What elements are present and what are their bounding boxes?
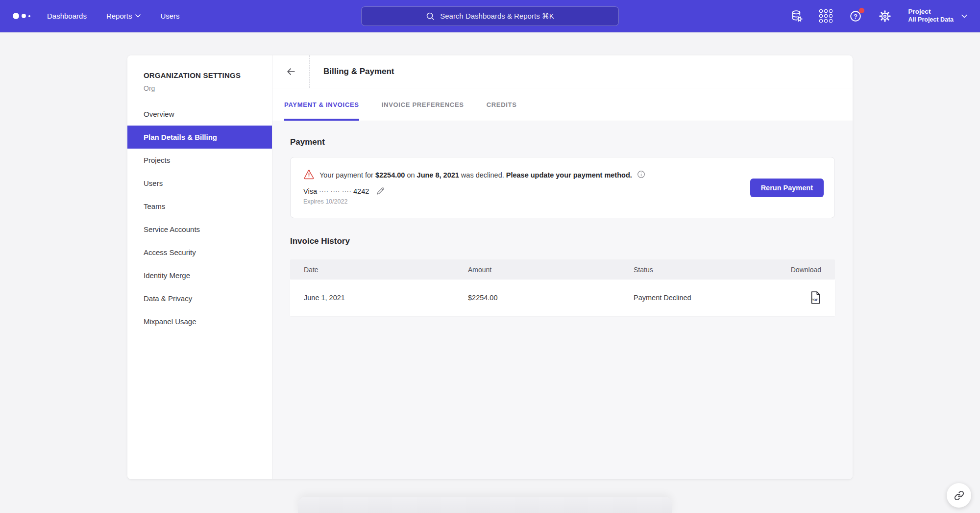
sidebar-item-identity-merge[interactable]: Identity Merge bbox=[127, 264, 272, 287]
sidebar-item-data-privacy[interactable]: Data & Privacy bbox=[127, 287, 272, 310]
column-download: Download bbox=[774, 266, 821, 274]
column-status: Status bbox=[634, 266, 774, 274]
tab-content: Payment Your payment for $2254.00 on Jun… bbox=[272, 121, 853, 479]
back-arrow-icon bbox=[286, 66, 296, 77]
info-icon[interactable] bbox=[637, 170, 646, 179]
sidebar-item-users[interactable]: Users bbox=[127, 172, 272, 195]
chevron-down-icon bbox=[961, 14, 967, 18]
alert-amount: $2254.00 bbox=[375, 171, 405, 179]
payment-declined-alert: Your payment for $2254.00 on June 8, 202… bbox=[303, 169, 822, 180]
sidebar-item-service-accounts[interactable]: Service Accounts bbox=[127, 218, 272, 241]
billing-main: Billing & Payment PAYMENT & INVOICES INV… bbox=[272, 55, 853, 479]
sidebar-section-title: ORGANIZATION SETTINGS bbox=[127, 71, 272, 79]
project-selector-label: Project bbox=[908, 8, 954, 16]
mixpanel-logo[interactable] bbox=[13, 13, 30, 19]
notification-badge bbox=[859, 8, 864, 13]
link-icon bbox=[954, 490, 964, 501]
org-settings-sidebar: ORGANIZATION SETTINGS Org Overview Plan … bbox=[127, 55, 272, 479]
warning-triangle-icon bbox=[303, 169, 315, 180]
svg-text:PDF: PDF bbox=[811, 298, 818, 302]
page-header: Billing & Payment bbox=[272, 55, 853, 88]
svg-text:?: ? bbox=[854, 12, 858, 20]
column-amount: Amount bbox=[468, 266, 634, 274]
settings-button[interactable] bbox=[877, 8, 893, 24]
invoice-amount: $2254.00 bbox=[468, 294, 634, 302]
sidebar-item-teams[interactable]: Teams bbox=[127, 195, 272, 218]
page-title: Billing & Payment bbox=[323, 67, 394, 77]
sidebar-item-mixpanel-usage[interactable]: Mixpanel Usage bbox=[127, 310, 272, 333]
alert-text-1: Your payment for bbox=[319, 171, 375, 179]
project-selector[interactable]: Project All Project Data bbox=[908, 8, 967, 24]
payment-card: Your payment for $2254.00 on June 8, 202… bbox=[290, 157, 835, 218]
column-date: Date bbox=[304, 266, 468, 274]
invoice-row: June 1, 2021 $2254.00 Payment Declined P… bbox=[290, 280, 835, 316]
top-navbar: Dashboards Reports Users Search Dashboar… bbox=[0, 0, 980, 32]
project-selector-value: All Project Data bbox=[908, 16, 954, 24]
help-button[interactable]: ? bbox=[848, 8, 863, 24]
topbar-actions: ? bbox=[789, 8, 967, 24]
nav-dashboards[interactable]: Dashboards bbox=[47, 12, 87, 20]
data-management-button[interactable] bbox=[789, 8, 805, 24]
back-button[interactable] bbox=[272, 55, 310, 88]
alert-text-3: was declined. bbox=[459, 171, 506, 179]
sidebar-item-projects[interactable]: Projects bbox=[127, 149, 272, 172]
search-placeholder: Search Dashboards & Reports ⌘K bbox=[440, 12, 554, 21]
rerun-payment-button[interactable]: Rerun Payment bbox=[750, 179, 824, 197]
nav-reports[interactable]: Reports bbox=[106, 12, 141, 20]
alert-emphasis: Please update your payment method. bbox=[506, 171, 632, 179]
invoice-status: Payment Declined bbox=[634, 294, 774, 302]
tab-payment-invoices[interactable]: PAYMENT & INVOICES bbox=[284, 88, 359, 121]
edit-payment-method-button[interactable] bbox=[376, 186, 385, 196]
search-icon bbox=[426, 12, 435, 21]
payment-method: Visa ···· ···· ···· 4242 bbox=[303, 186, 822, 196]
alert-text: Your payment for $2254.00 on June 8, 202… bbox=[319, 170, 646, 179]
sidebar-org-name: Org bbox=[127, 84, 272, 92]
gear-icon bbox=[878, 9, 892, 23]
billing-tabs: PAYMENT & INVOICES INVOICE PREFERENCES C… bbox=[272, 88, 853, 121]
payment-method-text: Visa ···· ···· ···· 4242 bbox=[303, 187, 369, 195]
settings-panel: ORGANIZATION SETTINGS Org Overview Plan … bbox=[127, 55, 853, 479]
sidebar-item-plan-details-billing[interactable]: Plan Details & Billing bbox=[127, 126, 272, 149]
database-gear-icon bbox=[790, 9, 803, 23]
copy-link-button[interactable] bbox=[947, 483, 971, 508]
download-pdf-button[interactable]: PDF bbox=[809, 291, 821, 305]
grid-icon bbox=[819, 9, 833, 23]
nav-users[interactable]: Users bbox=[160, 12, 179, 20]
sidebar-item-overview[interactable]: Overview bbox=[127, 103, 272, 126]
payment-section-title: Payment bbox=[290, 121, 835, 147]
bottom-edge-panel bbox=[298, 497, 672, 513]
sidebar-items: Overview Plan Details & Billing Projects… bbox=[127, 103, 272, 333]
nav-reports-label: Reports bbox=[106, 12, 132, 20]
invoice-table-header: Date Amount Status Download bbox=[290, 259, 835, 280]
tab-invoice-preferences[interactable]: INVOICE PREFERENCES bbox=[382, 88, 464, 121]
nav-dashboards-label: Dashboards bbox=[47, 12, 87, 20]
invoice-history-title: Invoice History bbox=[290, 236, 835, 246]
nav-users-label: Users bbox=[160, 12, 179, 20]
alert-text-2: on bbox=[405, 171, 416, 179]
tab-credits[interactable]: CREDITS bbox=[487, 88, 517, 121]
alert-date: June 8, 2021 bbox=[417, 171, 459, 179]
invoice-date: June 1, 2021 bbox=[304, 294, 468, 302]
apps-grid-button[interactable] bbox=[818, 8, 834, 24]
sidebar-item-access-security[interactable]: Access Security bbox=[127, 241, 272, 264]
card-expiry: Expires 10/2022 bbox=[303, 198, 822, 205]
invoice-table: Date Amount Status Download June 1, 2021… bbox=[290, 259, 835, 316]
search-input[interactable]: Search Dashboards & Reports ⌘K bbox=[361, 6, 619, 26]
chevron-down-icon bbox=[135, 14, 141, 18]
